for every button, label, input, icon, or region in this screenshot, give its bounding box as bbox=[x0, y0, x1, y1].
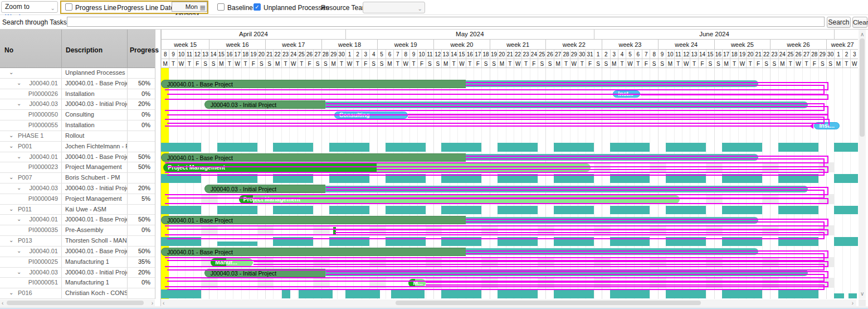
task-bar-remaining[interactable] bbox=[253, 195, 679, 204]
task-bar-progress[interactable]: J00040.01 - Base Project bbox=[161, 153, 466, 162]
column-header-description[interactable]: Description bbox=[66, 46, 103, 54]
scroll-right-icon[interactable]: › bbox=[852, 301, 854, 306]
table-row[interactable]: PI0000055Installation0% bbox=[0, 120, 155, 131]
table-row[interactable]: ⌄P001Jochen Fichtelmann - PM bbox=[0, 142, 155, 152]
table-row[interactable]: ⌄P013Thorsten Scholl - MAN bbox=[0, 236, 155, 247]
table-row[interactable]: ⌄J00040.03J00040.03 - Initial Project20% bbox=[0, 99, 155, 110]
table-row[interactable]: PI0000051Manufacturing 10% bbox=[0, 278, 155, 288]
day-number-cell: 29 bbox=[570, 49, 578, 59]
table-row[interactable]: PI0000025Manufacturing 135% bbox=[0, 257, 155, 268]
week-header-cell[interactable]: week 22 bbox=[545, 39, 602, 49]
week-header-cell[interactable]: week 26 bbox=[770, 39, 826, 49]
capacity-block bbox=[441, 289, 481, 298]
table-row[interactable]: ⌄PHASE 1Rollout bbox=[0, 131, 155, 142]
scrollbar-thumb[interactable] bbox=[860, 38, 865, 137]
task-bar-progress[interactable]: J00040.03 - Initial Project bbox=[204, 185, 325, 193]
capacity-block bbox=[217, 206, 257, 215]
task-bar-remaining[interactable] bbox=[466, 154, 758, 161]
week-header-cell[interactable]: week 17 bbox=[265, 39, 321, 49]
progress-line-date-label: Progress Line Date bbox=[117, 4, 174, 12]
scrollbar-thumb[interactable] bbox=[396, 301, 701, 305]
day-gridline bbox=[177, 68, 178, 299]
progress-line-date-field[interactable]: Mon 4/8/2024 ▦ bbox=[172, 2, 207, 12]
table-row[interactable]: ⌄P016Christian Koch - CONSL bbox=[0, 288, 155, 299]
table-row[interactable]: ⌄J00040.01J00040.01 - Base Project50% bbox=[0, 79, 155, 89]
baseline-checkbox[interactable] bbox=[217, 3, 225, 11]
progress-line-checkbox[interactable] bbox=[65, 3, 72, 11]
panel-divider bbox=[155, 30, 155, 299]
task-bar-remaining[interactable] bbox=[466, 217, 758, 224]
cell-progress bbox=[127, 173, 155, 183]
relation-line bbox=[165, 162, 828, 163]
table-horizontal-scrollbar[interactable]: ‹ › bbox=[0, 300, 155, 306]
scroll-up-icon[interactable]: ∧ bbox=[860, 32, 864, 37]
week-header-cell[interactable]: week 27 bbox=[826, 39, 858, 49]
zoom-combo[interactable]: Zoom to Week ⌄ bbox=[1, 1, 58, 13]
toolbar: Zoom to Week ⌄ Progress Line Progress Li… bbox=[0, 0, 868, 15]
task-bar-progress[interactable]: J00040.01 - Base Project bbox=[161, 216, 466, 224]
day-letter-cell: S bbox=[818, 59, 826, 68]
column-header-no[interactable]: No bbox=[4, 46, 13, 54]
table-row[interactable]: ⌄P007Boris Schubert - PM bbox=[0, 173, 155, 184]
cell-no: J00040.01 bbox=[0, 247, 61, 257]
calendar-icon[interactable]: ▦ bbox=[200, 3, 206, 12]
week-header-cell[interactable]: week 21 bbox=[490, 39, 546, 49]
week-header-cell[interactable]: week 15 bbox=[161, 39, 209, 49]
day-number-cell: 26 bbox=[305, 49, 313, 59]
day-letter-cell: M bbox=[386, 59, 393, 68]
table-row[interactable]: PI0000035Pre-Assembly0% bbox=[0, 225, 155, 236]
table-row[interactable]: ⌄J00040.01J00040.01 - Base Project50% bbox=[0, 215, 155, 225]
table-row[interactable]: PI0000023Project Management50% bbox=[0, 162, 155, 173]
week-header-cell[interactable]: week 18 bbox=[321, 39, 378, 49]
scroll-down-icon[interactable]: ∨ bbox=[860, 291, 864, 297]
resource-team-combo[interactable]: ⌄ bbox=[363, 2, 425, 13]
week-header-cell[interactable]: week 25 bbox=[714, 39, 771, 49]
search-button[interactable]: Search bbox=[827, 17, 851, 28]
week-header-cell[interactable]: week 19 bbox=[377, 39, 433, 49]
clear-button[interactable]: Clear bbox=[852, 17, 867, 28]
cell-description: Kai Uwe - ASM bbox=[61, 205, 127, 215]
week-header-cell[interactable]: week 20 bbox=[433, 39, 490, 49]
table-row[interactable]: ⌄J00040.01J00040.01 - Base Project50% bbox=[0, 247, 155, 257]
table-row[interactable]: PI0000050Consulting0% bbox=[0, 110, 155, 120]
day-letter-cell: T bbox=[353, 59, 361, 68]
search-input[interactable] bbox=[67, 17, 825, 27]
scroll-right-icon[interactable]: › bbox=[152, 301, 153, 306]
table-row[interactable]: ⌄J00040.01J00040.01 - Base Project50% bbox=[0, 152, 155, 163]
table-row[interactable]: ⌄P011Kai Uwe - ASM bbox=[0, 205, 155, 215]
cell-progress: 20% bbox=[127, 99, 155, 109]
scroll-left-icon[interactable]: ‹ bbox=[163, 301, 164, 306]
week-header-cell[interactable]: week 23 bbox=[602, 39, 658, 49]
task-bar-progress[interactable]: J00040.01 - Base Project bbox=[161, 80, 466, 88]
unplanned-processes-checkbox[interactable] bbox=[253, 3, 261, 11]
cell-description: J00040.01 - Base Project bbox=[61, 247, 127, 257]
week-header-cell[interactable]: week 24 bbox=[658, 39, 714, 49]
relation-line bbox=[466, 219, 827, 220]
table-row[interactable]: ⌄J00040.03J00040.03 - Initial Project20% bbox=[0, 184, 155, 194]
day-letter-cell: S bbox=[313, 59, 321, 68]
task-bar-remaining[interactable] bbox=[377, 163, 591, 172]
gantt-horizontal-scrollbar[interactable]: ‹ › bbox=[161, 300, 856, 306]
relation-line bbox=[408, 114, 827, 115]
day-letter-cell: T bbox=[466, 59, 474, 68]
day-letter-cell: T bbox=[521, 59, 529, 68]
zoom-combo-prefix: Zoom to bbox=[5, 3, 30, 11]
scrollbar-thumb[interactable] bbox=[7, 301, 144, 305]
table-row[interactable]: ⌄Unplanned Processes bbox=[0, 68, 155, 79]
day-gridline bbox=[842, 68, 843, 299]
task-bar-remaining[interactable] bbox=[325, 102, 808, 108]
task-bar-progress[interactable]: J00040.01 - Base Project bbox=[161, 248, 466, 256]
relation-line bbox=[165, 266, 828, 267]
capacity-block bbox=[666, 289, 706, 298]
task-bar-progress[interactable]: J00040.03 - Initial Project bbox=[204, 100, 325, 109]
capacity-block bbox=[778, 289, 818, 298]
week-header-cell[interactable]: week 16 bbox=[209, 39, 265, 49]
capacity-block bbox=[498, 289, 538, 298]
day-number-cell: 15 bbox=[457, 49, 465, 59]
day-number-cell: 28 bbox=[810, 49, 818, 59]
scroll-left-icon[interactable]: ‹ bbox=[2, 301, 3, 306]
table-row[interactable]: PI0000049Project Management5% bbox=[0, 194, 155, 205]
table-row[interactable]: PI0000026Installation0% bbox=[0, 89, 155, 100]
table-row[interactable]: ⌄J00040.03J00040.03 - Initial Project20% bbox=[0, 268, 155, 278]
gantt-vertical-scrollbar[interactable]: ∧ ∨ bbox=[859, 30, 866, 299]
